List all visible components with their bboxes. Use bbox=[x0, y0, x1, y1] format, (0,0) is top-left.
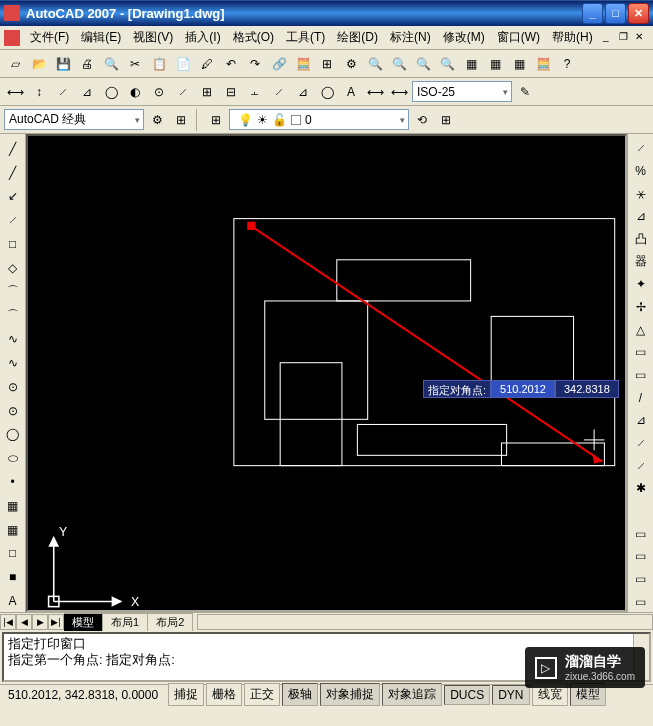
std-tool-3[interactable]: 🖨 bbox=[76, 53, 98, 75]
dim-edit-icon[interactable]: ✎ bbox=[514, 81, 536, 103]
modify-tool-13[interactable]: ⟋ bbox=[630, 433, 652, 454]
std-tool-23[interactable]: ? bbox=[556, 53, 578, 75]
menu-draw[interactable]: 绘图(D) bbox=[331, 27, 384, 48]
draw-tool-0[interactable]: ╱ bbox=[2, 138, 24, 160]
std-tool-15[interactable]: 🔍 bbox=[364, 53, 386, 75]
draw-tool-13[interactable]: ⬭ bbox=[2, 447, 24, 469]
modify-tool-20[interactable]: ▭ bbox=[630, 591, 652, 612]
status-osnap[interactable]: 对象捕捉 bbox=[320, 683, 380, 706]
mdi-minimize[interactable]: _ bbox=[603, 31, 617, 45]
menu-modify[interactable]: 修改(M) bbox=[437, 27, 491, 48]
modify-tool-14[interactable]: ⟋ bbox=[630, 455, 652, 476]
draw-tool-18[interactable]: ■ bbox=[2, 566, 24, 588]
dim-tool-10[interactable]: ⫠ bbox=[244, 81, 266, 103]
draw-tool-1[interactable]: ╱ bbox=[2, 162, 24, 184]
modify-tool-19[interactable]: ▭ bbox=[630, 569, 652, 590]
std-tool-19[interactable]: ▦ bbox=[460, 53, 482, 75]
std-tool-21[interactable]: ▦ bbox=[508, 53, 530, 75]
layer-states-icon[interactable]: ⊞ bbox=[435, 109, 457, 131]
layer-combo[interactable]: 💡 ☀ 🔓 0 bbox=[229, 109, 409, 130]
layer-previous-icon[interactable]: ⟲ bbox=[411, 109, 433, 131]
draw-tool-19[interactable]: A bbox=[2, 590, 24, 612]
dim-tool-12[interactable]: ⊿ bbox=[292, 81, 314, 103]
std-tool-4[interactable]: 🔍 bbox=[100, 53, 122, 75]
draw-tool-5[interactable]: ◇ bbox=[2, 257, 24, 279]
draw-tool-9[interactable]: ∿ bbox=[2, 352, 24, 374]
status-grid[interactable]: 栅格 bbox=[206, 683, 242, 706]
dim-tool-1[interactable]: ↕ bbox=[28, 81, 50, 103]
std-tool-17[interactable]: 🔍 bbox=[412, 53, 434, 75]
modify-tool-6[interactable]: ✦ bbox=[630, 274, 652, 295]
hscrollbar[interactable] bbox=[197, 614, 653, 630]
dim-tool-7[interactable]: ⟋ bbox=[172, 81, 194, 103]
mdi-icon[interactable] bbox=[4, 30, 20, 46]
canvas-svg[interactable]: X Y bbox=[28, 136, 625, 610]
tab-nav-prev[interactable]: ◀ bbox=[16, 614, 32, 630]
dim-tool-16[interactable]: ⟷ bbox=[388, 81, 410, 103]
close-button[interactable]: ✕ bbox=[628, 3, 649, 24]
dyn-input-y[interactable]: 342.8318 bbox=[555, 380, 619, 398]
modify-tool-7[interactable]: ✢ bbox=[630, 297, 652, 318]
status-ducs[interactable]: DUCS bbox=[444, 685, 490, 705]
status-ortho[interactable]: 正交 bbox=[244, 683, 280, 706]
modify-tool-18[interactable]: ▭ bbox=[630, 546, 652, 567]
menu-format[interactable]: 格式(O) bbox=[227, 27, 280, 48]
std-tool-8[interactable]: 🖊 bbox=[196, 53, 218, 75]
std-tool-16[interactable]: 🔍 bbox=[388, 53, 410, 75]
tab-layout1[interactable]: 布局1 bbox=[103, 613, 148, 631]
std-tool-20[interactable]: ▦ bbox=[484, 53, 506, 75]
menu-tools[interactable]: 工具(T) bbox=[280, 27, 331, 48]
std-tool-9[interactable]: ↶ bbox=[220, 53, 242, 75]
draw-tool-16[interactable]: ▦ bbox=[2, 519, 24, 541]
draw-tool-2[interactable]: ↙ bbox=[2, 186, 24, 208]
modify-tool-8[interactable]: △ bbox=[630, 319, 652, 340]
draw-tool-8[interactable]: ∿ bbox=[2, 328, 24, 350]
modify-tool-3[interactable]: ⊿ bbox=[630, 206, 652, 227]
workspace-settings-icon[interactable]: ⚙ bbox=[146, 109, 168, 131]
draw-tool-14[interactable]: • bbox=[2, 471, 24, 493]
tab-layout2[interactable]: 布局2 bbox=[148, 613, 193, 631]
modify-tool-4[interactable]: 凸 bbox=[630, 229, 652, 250]
menu-view[interactable]: 视图(V) bbox=[127, 27, 179, 48]
std-tool-5[interactable]: ✂ bbox=[124, 53, 146, 75]
modify-tool-5[interactable]: 器 bbox=[630, 251, 652, 272]
modify-tool-11[interactable]: / bbox=[630, 387, 652, 408]
draw-tool-3[interactable]: ⟋ bbox=[2, 209, 24, 231]
minimize-button[interactable]: _ bbox=[582, 3, 603, 24]
dim-tool-5[interactable]: ◐ bbox=[124, 81, 146, 103]
modify-tool-16[interactable] bbox=[630, 501, 652, 522]
dim-tool-0[interactable]: ⟷ bbox=[4, 81, 26, 103]
mdi-restore[interactable]: ❐ bbox=[619, 31, 633, 45]
std-tool-7[interactable]: 📄 bbox=[172, 53, 194, 75]
draw-tool-7[interactable]: ⌒ bbox=[2, 305, 24, 327]
std-tool-14[interactable]: ⚙ bbox=[340, 53, 362, 75]
std-tool-22[interactable]: 🧮 bbox=[532, 53, 554, 75]
std-tool-13[interactable]: ⊞ bbox=[316, 53, 338, 75]
std-tool-1[interactable]: 📂 bbox=[28, 53, 50, 75]
menu-window[interactable]: 窗口(W) bbox=[491, 27, 546, 48]
draw-tool-11[interactable]: ⊙ bbox=[2, 400, 24, 422]
dim-tool-14[interactable]: A bbox=[340, 81, 362, 103]
status-snap[interactable]: 捕捉 bbox=[168, 683, 204, 706]
layer-manager-icon[interactable]: ⊞ bbox=[205, 109, 227, 131]
tab-nav-first[interactable]: |◀ bbox=[0, 614, 16, 630]
mdi-close[interactable]: ✕ bbox=[635, 31, 649, 45]
modify-tool-2[interactable]: ⚹ bbox=[630, 183, 652, 204]
std-tool-12[interactable]: 🧮 bbox=[292, 53, 314, 75]
dim-tool-3[interactable]: ⊿ bbox=[76, 81, 98, 103]
std-tool-0[interactable]: ▱ bbox=[4, 53, 26, 75]
dim-tool-11[interactable]: ⟋ bbox=[268, 81, 290, 103]
std-tool-6[interactable]: 📋 bbox=[148, 53, 170, 75]
dim-tool-8[interactable]: ⊞ bbox=[196, 81, 218, 103]
status-coords[interactable]: 510.2012, 342.8318, 0.0000 bbox=[0, 688, 166, 702]
tab-nav-next[interactable]: ▶ bbox=[32, 614, 48, 630]
draw-tool-12[interactable]: ◯ bbox=[2, 424, 24, 446]
maximize-button[interactable]: □ bbox=[605, 3, 626, 24]
std-tool-11[interactable]: 🔗 bbox=[268, 53, 290, 75]
std-tool-10[interactable]: ↷ bbox=[244, 53, 266, 75]
modify-tool-15[interactable]: ✱ bbox=[630, 478, 652, 499]
dim-tool-6[interactable]: ⊙ bbox=[148, 81, 170, 103]
std-tool-2[interactable]: 💾 bbox=[52, 53, 74, 75]
dim-tool-15[interactable]: ⟷ bbox=[364, 81, 386, 103]
dim-tool-4[interactable]: ◯ bbox=[100, 81, 122, 103]
